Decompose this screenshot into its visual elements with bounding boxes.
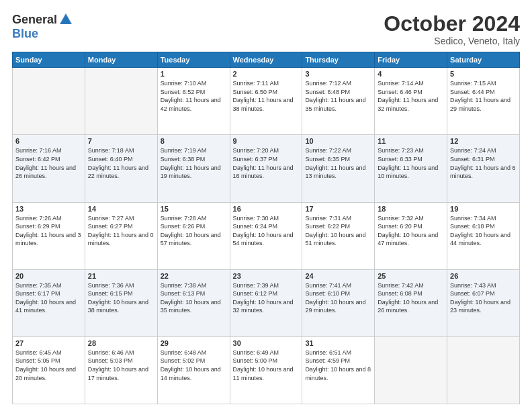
header-monday: Monday [85,52,157,68]
table-row: 2Sunrise: 7:11 AM Sunset: 6:50 PM Daylig… [230,68,302,135]
day-number: 9 [233,137,300,145]
title-area: October 2024 Sedico, Veneto, Italy [384,12,520,46]
day-info: Sunrise: 7:41 AM Sunset: 6:10 PM Dayligh… [305,281,371,315]
header-friday: Friday [375,52,447,68]
day-info: Sunrise: 7:36 AM Sunset: 6:15 PM Dayligh… [88,281,154,315]
day-number: 23 [233,272,300,280]
table-row: 12Sunrise: 7:24 AM Sunset: 6:31 PM Dayli… [447,135,520,202]
day-info: Sunrise: 6:48 AM Sunset: 5:02 PM Dayligh… [161,349,227,382]
day-info: Sunrise: 7:11 AM Sunset: 6:50 PM Dayligh… [233,79,300,113]
day-number: 26 [450,272,517,280]
day-number: 27 [15,339,82,347]
day-number: 11 [378,137,444,145]
table-row: 20Sunrise: 7:35 AM Sunset: 6:17 PM Dayli… [13,269,85,336]
day-number: 24 [305,272,371,280]
day-info: Sunrise: 6:51 AM Sunset: 4:59 PM Dayligh… [305,349,371,382]
day-info: Sunrise: 6:46 AM Sunset: 5:03 PM Dayligh… [88,349,154,382]
table-row: 9Sunrise: 7:20 AM Sunset: 6:37 PM Daylig… [230,135,302,202]
table-row: 8Sunrise: 7:19 AM Sunset: 6:38 PM Daylig… [157,135,230,202]
table-row: 11Sunrise: 7:23 AM Sunset: 6:33 PM Dayli… [375,135,447,202]
table-row: 23Sunrise: 7:39 AM Sunset: 6:12 PM Dayli… [230,269,302,336]
day-info: Sunrise: 7:19 AM Sunset: 6:38 PM Dayligh… [161,146,227,180]
day-number: 2 [233,70,300,78]
day-number: 18 [378,205,444,213]
day-number: 3 [305,70,371,78]
day-info: Sunrise: 7:31 AM Sunset: 6:22 PM Dayligh… [305,214,371,248]
day-info: Sunrise: 7:43 AM Sunset: 6:07 PM Dayligh… [450,281,517,315]
day-info: Sunrise: 7:26 AM Sunset: 6:29 PM Dayligh… [15,214,82,248]
day-number: 14 [88,205,154,213]
day-number: 30 [233,339,300,347]
header-wednesday: Wednesday [230,52,302,68]
day-info: Sunrise: 7:38 AM Sunset: 6:13 PM Dayligh… [161,281,227,315]
table-row: 13Sunrise: 7:26 AM Sunset: 6:29 PM Dayli… [13,202,85,269]
table-row: 7Sunrise: 7:18 AM Sunset: 6:40 PM Daylig… [85,135,157,202]
table-row: 4Sunrise: 7:14 AM Sunset: 6:46 PM Daylig… [375,68,447,135]
day-info: Sunrise: 7:16 AM Sunset: 6:42 PM Dayligh… [15,146,82,180]
day-number: 15 [161,205,227,213]
day-info: Sunrise: 6:49 AM Sunset: 5:00 PM Dayligh… [233,349,300,382]
calendar-week-row: 13Sunrise: 7:26 AM Sunset: 6:29 PM Dayli… [13,202,520,269]
day-number: 5 [450,70,517,78]
table-row [447,336,520,404]
table-row: 17Sunrise: 7:31 AM Sunset: 6:22 PM Dayli… [302,202,375,269]
day-number: 1 [161,70,227,78]
table-row: 14Sunrise: 7:27 AM Sunset: 6:27 PM Dayli… [85,202,157,269]
day-number: 22 [161,272,227,280]
table-row: 27Sunrise: 6:45 AM Sunset: 5:05 PM Dayli… [13,336,85,404]
table-row: 21Sunrise: 7:36 AM Sunset: 6:15 PM Dayli… [85,269,157,336]
day-info: Sunrise: 6:45 AM Sunset: 5:05 PM Dayligh… [15,349,82,382]
month-title: October 2024 [384,12,520,36]
day-info: Sunrise: 7:10 AM Sunset: 6:52 PM Dayligh… [161,79,227,113]
day-info: Sunrise: 7:39 AM Sunset: 6:12 PM Dayligh… [233,281,300,315]
day-info: Sunrise: 7:34 AM Sunset: 6:18 PM Dayligh… [450,214,517,248]
calendar-week-row: 27Sunrise: 6:45 AM Sunset: 5:05 PM Dayli… [13,336,520,404]
table-row: 25Sunrise: 7:42 AM Sunset: 6:08 PM Dayli… [375,269,447,336]
header-saturday: Saturday [447,52,520,68]
day-info: Sunrise: 7:27 AM Sunset: 6:27 PM Dayligh… [88,214,154,248]
day-info: Sunrise: 7:24 AM Sunset: 6:31 PM Dayligh… [450,146,517,180]
table-row: 29Sunrise: 6:48 AM Sunset: 5:02 PM Dayli… [157,336,230,404]
day-info: Sunrise: 7:32 AM Sunset: 6:20 PM Dayligh… [378,214,444,248]
table-row: 16Sunrise: 7:30 AM Sunset: 6:24 PM Dayli… [230,202,302,269]
day-info: Sunrise: 7:15 AM Sunset: 6:44 PM Dayligh… [450,79,517,113]
header-thursday: Thursday [302,52,375,68]
day-number: 4 [378,70,444,78]
day-info: Sunrise: 7:14 AM Sunset: 6:46 PM Dayligh… [378,79,444,113]
day-info: Sunrise: 7:22 AM Sunset: 6:35 PM Dayligh… [305,146,371,180]
table-row: 24Sunrise: 7:41 AM Sunset: 6:10 PM Dayli… [302,269,375,336]
table-row: 18Sunrise: 7:32 AM Sunset: 6:20 PM Dayli… [375,202,447,269]
table-row: 26Sunrise: 7:43 AM Sunset: 6:07 PM Dayli… [447,269,520,336]
day-number: 20 [15,272,82,280]
table-row: 22Sunrise: 7:38 AM Sunset: 6:13 PM Dayli… [157,269,230,336]
header: General Blue October 2024 Sedico, Veneto… [12,12,520,46]
day-info: Sunrise: 7:23 AM Sunset: 6:33 PM Dayligh… [378,146,444,180]
calendar-week-row: 6Sunrise: 7:16 AM Sunset: 6:42 PM Daylig… [13,135,520,202]
logo-blue-text: Blue [12,27,38,41]
day-number: 6 [15,137,82,145]
day-info: Sunrise: 7:18 AM Sunset: 6:40 PM Dayligh… [88,146,154,180]
day-info: Sunrise: 7:28 AM Sunset: 6:26 PM Dayligh… [161,214,227,248]
calendar-table: Sunday Monday Tuesday Wednesday Thursday… [12,52,520,404]
table-row: 5Sunrise: 7:15 AM Sunset: 6:44 PM Daylig… [447,68,520,135]
day-info: Sunrise: 7:12 AM Sunset: 6:48 PM Dayligh… [305,79,371,113]
day-number: 21 [88,272,154,280]
table-row: 15Sunrise: 7:28 AM Sunset: 6:26 PM Dayli… [157,202,230,269]
day-info: Sunrise: 7:35 AM Sunset: 6:17 PM Dayligh… [15,281,82,315]
table-row: 30Sunrise: 6:49 AM Sunset: 5:00 PM Dayli… [230,336,302,404]
logo: General Blue [12,12,73,41]
day-number: 19 [450,205,517,213]
day-number: 17 [305,205,371,213]
calendar-week-row: 1Sunrise: 7:10 AM Sunset: 6:52 PM Daylig… [13,68,520,135]
day-number: 7 [88,137,154,145]
table-row: 19Sunrise: 7:34 AM Sunset: 6:18 PM Dayli… [447,202,520,269]
day-number: 25 [378,272,444,280]
weekday-header-row: Sunday Monday Tuesday Wednesday Thursday… [13,52,520,68]
day-number: 12 [450,137,517,145]
day-number: 29 [161,339,227,347]
table-row: 28Sunrise: 6:46 AM Sunset: 5:03 PM Dayli… [85,336,157,404]
table-row [13,68,85,135]
day-info: Sunrise: 7:42 AM Sunset: 6:08 PM Dayligh… [378,281,444,315]
table-row: 10Sunrise: 7:22 AM Sunset: 6:35 PM Dayli… [302,135,375,202]
day-number: 8 [161,137,227,145]
